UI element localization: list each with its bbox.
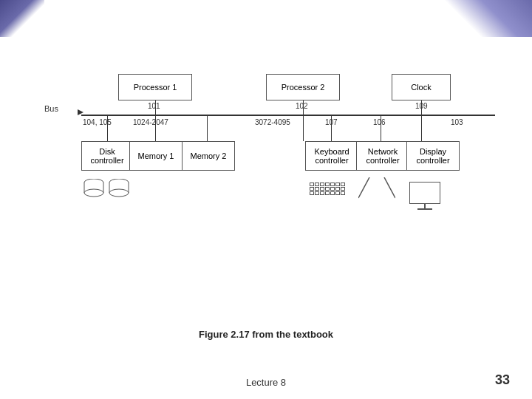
corner-decoration-tl	[0, 0, 44, 37]
clock-addr: 103	[451, 118, 463, 126]
disk-down-vline	[107, 115, 108, 141]
proc2-down-vline	[303, 115, 304, 141]
disk-controller-label: Diskcontroller	[90, 147, 123, 165]
memory-1-box: Memory 1	[129, 141, 183, 171]
network-controller-box: Networkcontroller	[356, 141, 409, 171]
processor-2-box: Processor 2	[266, 74, 340, 100]
figure-caption: Figure 2.17 from the textbook	[0, 329, 532, 340]
proc1-id: 101	[148, 102, 160, 110]
disk-cylinder-2-icon	[108, 179, 130, 200]
memory2-down-vline	[207, 115, 208, 141]
addr-106: 106	[373, 118, 386, 126]
clock-box: Clock	[392, 74, 451, 100]
svg-point-9	[109, 189, 129, 197]
memory-1-label: Memory 1	[138, 151, 174, 160]
corner-decoration-tr	[443, 0, 532, 37]
bus-label: Bus	[44, 104, 58, 113]
keyboard-controller-label: Keyboardcontroller	[314, 147, 349, 165]
memory-2-box: Memory 2	[182, 141, 235, 171]
svg-line-10	[358, 177, 369, 198]
svg-point-4	[84, 189, 103, 197]
proc1-addr: 1024-2047	[133, 118, 168, 126]
memory-2-label: Memory 2	[191, 151, 227, 160]
clock-id: 109	[415, 102, 428, 110]
display-controller-label: Displaycontroller	[416, 147, 449, 165]
network-icon	[358, 177, 395, 200]
keyboard-controller-box: Keyboardcontroller	[305, 141, 358, 171]
disk-cylinder-1-icon	[83, 179, 105, 200]
clock-down-vline	[421, 115, 422, 141]
monitor-icon	[409, 177, 440, 210]
svg-line-11	[384, 177, 395, 198]
proc2-id: 102	[296, 102, 308, 110]
processor-1-label: Processor 1	[134, 83, 177, 92]
processor-1-box: Processor 1	[118, 74, 192, 100]
network-down-vline	[381, 115, 381, 141]
page-number: 33	[495, 372, 510, 388]
keyboard-icon	[310, 180, 345, 195]
diagram-area: Bus Processor 1 101 1024-2047 Processor …	[37, 44, 502, 281]
clock-label: Clock	[411, 83, 432, 92]
keyboard-down-vline	[331, 115, 332, 141]
proc1-down-vline	[155, 115, 156, 141]
bus-line	[81, 115, 495, 116]
proc2-addr: 3072-4095	[255, 118, 290, 126]
lecture-label: Lecture 8	[246, 377, 286, 388]
processor-2-label: Processor 2	[282, 83, 325, 92]
display-controller-box: Displaycontroller	[406, 141, 460, 171]
disk-controller-box: Diskcontroller	[81, 141, 133, 171]
network-controller-label: Networkcontroller	[366, 147, 399, 165]
